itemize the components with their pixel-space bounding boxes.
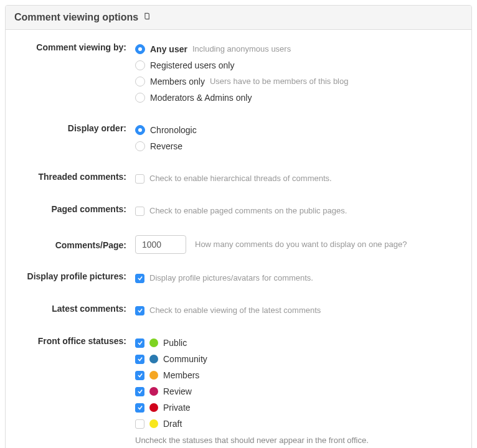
status-option-community[interactable]: Community [135, 351, 459, 367]
status-dot-icon [149, 355, 158, 363]
threaded-text: Check to enable hierarchical threads of … [149, 172, 332, 185]
comment-viewing-options-panel: Comment viewing options Comment viewing … [5, 5, 472, 448]
radio-label: Moderators & Admins only [150, 91, 252, 104]
label-latest: Latest comments: [18, 302, 135, 314]
control-per-page: How many comments do you want to display… [135, 235, 459, 254]
radio-input[interactable] [135, 77, 145, 86]
control-threaded: Check to enable hierarchical threads of … [135, 170, 459, 187]
label-viewing-by: Comment viewing by: [18, 41, 135, 52]
status-option-public[interactable]: Public [135, 335, 459, 351]
checkbox-latest[interactable] [135, 306, 144, 315]
status-dot-icon [149, 419, 158, 428]
status-dot-icon [149, 387, 158, 396]
control-display-order: Chronologic Reverse [135, 122, 459, 154]
checkbox-paged[interactable] [135, 207, 144, 216]
status-label: Draft [163, 418, 182, 430]
per-page-hint: How many comments do you want to display… [195, 238, 407, 251]
panel-body: Comment viewing by: Any user Including a… [6, 30, 471, 448]
radio-input[interactable] [135, 44, 145, 54]
status-label: Review [163, 385, 192, 398]
checkbox-status[interactable] [135, 403, 144, 413]
label-per-page: Comments/Page: [18, 235, 135, 250]
control-paged: Check to enable paged comments on the pu… [135, 203, 459, 219]
status-option-private[interactable]: Private [135, 399, 459, 416]
control-statuses: Public Community Members Review [135, 335, 459, 445]
radio-option-reverse[interactable]: Reverse [135, 138, 459, 154]
status-label: Public [163, 337, 187, 349]
radio-option-chronologic[interactable]: Chronologic [135, 122, 459, 138]
status-dot-icon [149, 403, 158, 412]
checkbox-status[interactable] [135, 371, 144, 380]
row-viewing-by: Comment viewing by: Any user Including a… [18, 41, 459, 106]
label-profile-pics: Display profile pictures: [18, 270, 135, 281]
row-latest: Latest comments: Check to enable viewing… [18, 302, 459, 319]
radio-input[interactable] [135, 125, 145, 135]
control-viewing-by: Any user Including anonymous users Regis… [135, 41, 459, 106]
checkbox-status[interactable] [135, 338, 144, 348]
radio-label: Registered users only [150, 59, 234, 72]
status-label: Community [163, 353, 207, 365]
control-profile-pics: Display profile pictures/avatars for com… [135, 270, 459, 286]
status-label: Private [163, 401, 191, 414]
radio-option-members[interactable]: Members only Users have to be members of… [135, 73, 459, 90]
control-latest: Check to enable viewing of the latest co… [135, 302, 459, 319]
status-option-draft[interactable]: Draft [135, 416, 459, 432]
row-threaded: Threaded comments: Check to enable hiera… [18, 170, 459, 187]
input-comments-per-page[interactable] [135, 235, 186, 254]
row-display-order: Display order: Chronologic Reverse [18, 122, 459, 154]
checkbox-status[interactable] [135, 419, 144, 429]
checkbox-status[interactable] [135, 387, 144, 396]
status-label: Members [163, 369, 199, 381]
radio-input[interactable] [135, 60, 145, 70]
radio-label: Chronologic [150, 124, 197, 136]
row-statuses: Front office statuses: Public Community … [18, 335, 459, 445]
radio-label: Members only [150, 75, 205, 88]
status-dot-icon [149, 371, 158, 380]
radio-input[interactable] [135, 141, 145, 151]
label-display-order: Display order: [18, 122, 135, 133]
latest-text: Check to enable viewing of the latest co… [149, 304, 321, 317]
checkbox-threaded[interactable] [135, 174, 144, 184]
radio-hint: Including anonymous users [192, 43, 291, 55]
row-paged: Paged comments: Check to enable paged co… [18, 203, 459, 219]
radio-option-any-user[interactable]: Any user Including anonymous users [135, 41, 459, 57]
radio-hint: Users have to be members of this blog [210, 75, 349, 88]
row-per-page: Comments/Page: How many comments do you … [18, 235, 459, 254]
label-paged: Paged comments: [18, 203, 135, 214]
statuses-description: Uncheck the statuses that should never a… [135, 436, 459, 445]
panel-title: Comment viewing options [14, 12, 138, 23]
profile-pics-text: Display profile pictures/avatars for com… [149, 272, 313, 284]
status-dot-icon [149, 338, 158, 347]
status-option-review[interactable]: Review [135, 383, 459, 399]
row-profile-pics: Display profile pictures: Display profil… [18, 270, 459, 286]
label-threaded: Threaded comments: [18, 170, 135, 182]
paged-text: Check to enable paged comments on the pu… [149, 205, 347, 217]
checkbox-profile-pics[interactable] [135, 274, 144, 283]
checkbox-status[interactable] [135, 355, 144, 364]
label-statuses: Front office statuses: [18, 335, 135, 346]
radio-option-registered[interactable]: Registered users only [135, 57, 459, 73]
radio-label: Reverse [150, 140, 182, 152]
radio-option-moderators[interactable]: Moderators & Admins only [135, 90, 459, 106]
radio-label: Any user [150, 43, 187, 55]
status-option-members[interactable]: Members [135, 367, 459, 383]
panel-header: Comment viewing options [6, 6, 471, 30]
book-icon [143, 12, 152, 23]
radio-input[interactable] [135, 93, 145, 103]
